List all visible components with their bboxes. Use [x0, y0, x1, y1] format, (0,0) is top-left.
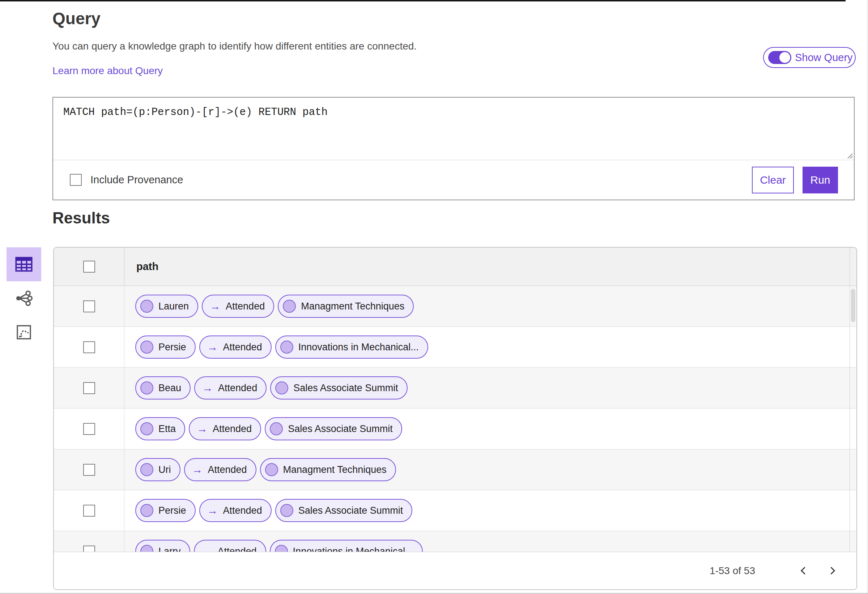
path-cell: Beau → Attended Sales Associate Summit	[124, 368, 856, 408]
source-node-label: Beau	[158, 383, 181, 394]
source-node-chip[interactable]: Etta	[135, 417, 185, 440]
learn-more-link[interactable]: Learn more about Query	[52, 65, 163, 77]
edge-chip[interactable]: → Attended	[199, 336, 272, 359]
arrow-right-icon: →	[207, 505, 218, 516]
row-checkbox[interactable]	[83, 545, 95, 552]
node-circle-icon	[140, 382, 154, 394]
query-editor-area: MATCH path=(p:Person)-[r]->(e) RETURN pa…	[53, 97, 854, 160]
resize-handle-icon[interactable]	[846, 152, 853, 159]
target-node-chip[interactable]: Managment Techniques	[278, 295, 414, 318]
source-node-chip[interactable]: Lauren	[135, 295, 198, 318]
source-node-chip[interactable]: Beau	[135, 376, 190, 399]
edge-chip[interactable]: → Attended	[189, 417, 261, 440]
row-checkbox[interactable]	[83, 341, 95, 353]
row-checkbox[interactable]	[83, 505, 95, 517]
path-cell: Etta → Attended Sales Associate Summit	[124, 408, 856, 449]
target-node-label: Sales Associate Summit	[293, 383, 398, 394]
chevron-left-icon	[800, 567, 808, 575]
edge-chip[interactable]: → Attended	[199, 499, 272, 522]
page: { "query_section": { "title": "Query", "…	[0, 0, 868, 594]
row-checkbox-cell	[54, 286, 124, 326]
path-cell: Persie → Attended Sales Associate Summit	[124, 490, 856, 531]
row-checkbox-cell	[54, 490, 124, 531]
chart-icon	[15, 324, 32, 341]
target-node-label: Innovations in Mechanical...	[293, 546, 413, 552]
header-checkbox-cell	[54, 248, 124, 286]
query-panel-footer: Include Provenance Clear Run	[53, 160, 854, 200]
query-panel: MATCH path=(p:Person)-[r]->(e) RETURN pa…	[52, 97, 855, 200]
tab-table-view[interactable]	[6, 247, 41, 281]
source-node-chip[interactable]: Larry	[135, 540, 190, 552]
table-row: Persie → Attended Innovations in Mechani…	[54, 327, 856, 368]
node-circle-icon	[275, 545, 288, 552]
prev-page-button[interactable]	[795, 563, 812, 579]
source-node-label: Uri	[158, 464, 171, 475]
source-node-chip[interactable]: Persie	[135, 499, 196, 522]
clear-button[interactable]: Clear	[752, 167, 794, 193]
target-node-chip[interactable]: Sales Associate Summit	[275, 499, 413, 522]
show-query-button[interactable]: Show Query	[763, 47, 856, 68]
results-table-footer: 1-53 of 53	[54, 552, 856, 589]
scrollbar-thumb[interactable]	[851, 289, 855, 322]
window-top-border	[0, 0, 846, 1]
edge-label: Attended	[218, 383, 257, 394]
query-editor[interactable]: MATCH path=(p:Person)-[r]->(e) RETURN pa…	[53, 97, 854, 160]
edge-chip[interactable]: → Attended	[194, 376, 267, 399]
next-page-button[interactable]	[824, 563, 840, 579]
path-cell: Lauren → Attended Managment Techniques	[124, 286, 856, 326]
column-header-path: path	[124, 248, 856, 286]
source-node-label: Lauren	[158, 301, 189, 312]
pagination-range-label: 1-53 of 53	[710, 565, 755, 577]
run-button[interactable]: Run	[803, 167, 838, 193]
edge-label: Attended	[223, 505, 262, 516]
row-checkbox-cell	[54, 450, 124, 490]
table-row: Lauren → Attended Managment Techniques	[54, 286, 856, 327]
row-checkbox[interactable]	[83, 301, 95, 312]
edge-chip[interactable]: → Attended	[194, 540, 266, 552]
node-circle-icon	[140, 463, 154, 476]
row-checkbox[interactable]	[83, 464, 95, 476]
target-node-label: Sales Associate Summit	[298, 505, 403, 516]
target-node-chip[interactable]: Innovations in Mechanical...	[270, 540, 423, 552]
source-node-chip[interactable]: Persie	[135, 336, 196, 359]
show-query-label: Show Query	[795, 52, 853, 63]
table-row: Persie → Attended Sales Associate Summit	[54, 490, 856, 531]
edge-chip[interactable]: → Attended	[202, 295, 274, 318]
arrow-right-icon: →	[210, 301, 221, 312]
arrow-right-icon: →	[197, 423, 208, 434]
source-node-label: Larry	[158, 546, 181, 552]
target-node-chip[interactable]: Managment Techniques	[260, 458, 396, 481]
include-provenance-label: Include Provenance	[90, 174, 183, 186]
table-row: Beau → Attended Sales Associate Summit	[54, 368, 856, 408]
source-node-chip[interactable]: Uri	[135, 458, 180, 481]
node-circle-icon	[140, 340, 154, 354]
table-row: Etta → Attended Sales Associate Summit	[54, 408, 856, 450]
arrow-right-icon: →	[192, 464, 203, 475]
include-provenance-checkbox[interactable]	[70, 174, 82, 186]
table-row: Larry → Attended Innovations in Mechanic…	[54, 531, 856, 552]
target-node-chip[interactable]: Sales Associate Summit	[270, 376, 407, 399]
results-scrollbar[interactable]	[850, 248, 856, 552]
results-table-header: path	[54, 248, 856, 286]
edge-chip[interactable]: → Attended	[184, 458, 257, 481]
target-node-label: Managment Techniques	[283, 464, 387, 475]
target-node-label: Innovations in Mechanical...	[298, 342, 419, 353]
show-query-toggle[interactable]	[768, 51, 791, 64]
node-circle-icon	[283, 300, 296, 313]
graph-icon	[14, 289, 34, 308]
source-node-label: Persie	[158, 505, 186, 516]
page-description: You can query a knowledge graph to ident…	[52, 40, 417, 52]
tab-chart-view[interactable]	[6, 315, 41, 349]
row-checkbox[interactable]	[83, 382, 95, 394]
row-checkbox[interactable]	[83, 423, 95, 435]
target-node-chip[interactable]: Sales Associate Summit	[265, 417, 402, 440]
edge-label: Attended	[226, 301, 265, 312]
table-row: Uri → Attended Managment Techniques	[54, 450, 856, 490]
row-checkbox-cell	[54, 368, 124, 408]
select-all-checkbox[interactable]	[83, 261, 95, 273]
path-cell: Uri → Attended Managment Techniques	[124, 450, 856, 490]
table-icon	[15, 255, 33, 274]
tab-graph-view[interactable]	[6, 281, 41, 315]
target-node-chip[interactable]: Innovations in Mechanical...	[275, 336, 428, 359]
path-cell: Larry → Attended Innovations in Mechanic…	[124, 531, 856, 552]
